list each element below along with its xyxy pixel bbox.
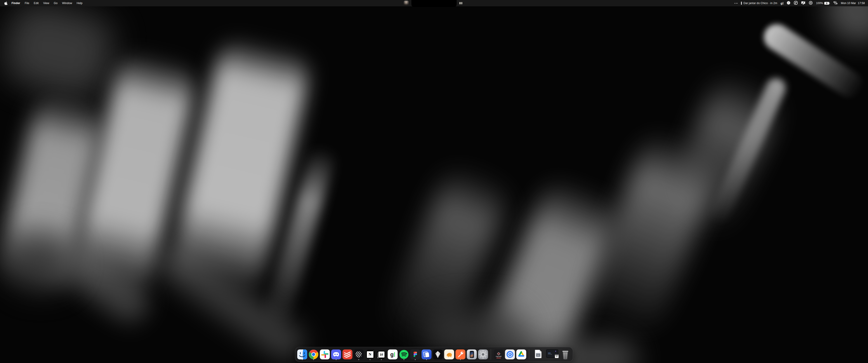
running-indicator [313, 359, 314, 360]
notion-calendar-glyph: 10 [379, 353, 383, 356]
dock-item-document[interactable] [532, 349, 545, 360]
dock-item-gem-app[interactable] [433, 349, 443, 360]
running-indicator [302, 359, 303, 360]
desktop-wallpaper [0, 0, 868, 363]
menu-file[interactable]: File [22, 0, 31, 6]
dock-item-linear[interactable] [354, 349, 364, 360]
menu-go[interactable]: Go [52, 0, 60, 6]
dock-item-figma[interactable] [410, 349, 420, 360]
running-indicator [415, 359, 416, 360]
menu-bar-left: Finder File Edit View Go Window Help [3, 0, 85, 6]
desktop: Finder File Edit View Go Window Help Dar… [0, 0, 868, 363]
apple-icon [4, 1, 7, 5]
document-file-icon [535, 350, 542, 359]
dock-item-trash[interactable] [560, 349, 571, 360]
shape-badge-icon[interactable] [794, 1, 798, 5]
running-indicator [358, 359, 359, 360]
wallpaper-streak [0, 0, 119, 101]
raycast-icon: raycast [494, 350, 504, 359]
discord-icon [331, 350, 341, 359]
figma-icon [410, 350, 420, 359]
iphone-image [470, 351, 474, 358]
battery-status[interactable]: 100% [816, 2, 830, 5]
reminder-text: Dar jantar do Chico · in 2m [743, 2, 777, 5]
dock-item-discord[interactable] [331, 349, 341, 360]
dock-item-chrome[interactable] [309, 349, 318, 360]
menu-bar-status: Dar jantar do Chico · in 2m g [735, 0, 865, 6]
running-indicator [426, 359, 427, 360]
notion-calendar-icon: 10 [376, 350, 386, 359]
dock-item-google-drive[interactable] [516, 349, 526, 360]
reminder-item[interactable]: Dar jantar do Chico · in 2m [741, 2, 777, 5]
granola-icon: g [388, 350, 398, 359]
dock-item-blue-panes-app[interactable] [422, 349, 432, 360]
battery-percent: 100% [816, 2, 823, 5]
raycast-diamond [497, 352, 500, 355]
dock-item-notion[interactable]: N [365, 349, 375, 360]
screenshot-date-badge: 11 [555, 354, 559, 358]
slack-icon [320, 350, 330, 359]
menu-edit[interactable]: Edit [31, 0, 41, 6]
finder-icon [297, 350, 307, 359]
display-notch [411, 0, 457, 7]
granola-menu-icon[interactable]: g [780, 2, 783, 5]
menu-help[interactable]: Help [74, 0, 85, 6]
front-pane [425, 352, 429, 357]
system-settings-icon [478, 350, 488, 359]
dock-item-notion-calendar[interactable]: 10 [376, 349, 386, 360]
raycast-wordmark: raycast [496, 356, 501, 357]
running-indicator [381, 359, 382, 360]
raycast-underline [496, 358, 501, 358]
dock: N 10 g [295, 347, 573, 362]
granola-cursor [394, 352, 395, 357]
clock-date: Mon 10 Mar [841, 2, 856, 5]
wallpaper-streak [815, 0, 868, 53]
spotify-icon [399, 350, 409, 359]
menu-bar-clock[interactable]: Mon 10 Mar 17:58 [841, 2, 865, 5]
granola-glyph: g [391, 352, 394, 357]
dock-item-spotify[interactable] [399, 349, 409, 360]
notion-icon: N [365, 350, 375, 359]
sunburst-icon[interactable] [786, 1, 790, 5]
menu-view[interactable]: View [41, 0, 52, 6]
grid-bars-menu-item[interactable] [459, 2, 462, 4]
notion-glyph: N [369, 352, 371, 357]
1password-icon [505, 350, 515, 359]
trash-icon [561, 350, 570, 360]
postman-icon [456, 350, 465, 359]
running-indicator [403, 359, 404, 360]
gem-icon [433, 350, 443, 359]
overflow-ellipsis-icon[interactable] [735, 3, 738, 4]
clock-time: 17:58 [858, 2, 865, 5]
dock-item-iphone-mirroring[interactable] [467, 349, 477, 360]
battery-charging-icon [824, 2, 830, 5]
dock-item-system-settings[interactable] [478, 349, 488, 360]
dock-item-mammoth[interactable] [444, 349, 454, 360]
dock-item-1password[interactable] [505, 349, 515, 360]
menu-finder[interactable]: Finder [9, 0, 22, 6]
dock-item-todoist[interactable] [342, 349, 352, 360]
linear-icon [354, 350, 364, 359]
1password-menu-icon[interactable] [809, 1, 813, 5]
dock-item-slack[interactable] [320, 349, 330, 360]
dock-item-finder[interactable] [297, 349, 307, 360]
menu-window[interactable]: Window [60, 0, 74, 6]
striped-sphere [355, 351, 362, 358]
chrome-icon [309, 350, 318, 359]
apple-menu[interactable] [3, 1, 9, 5]
dock-item-granola[interactable]: g [388, 349, 398, 360]
running-indicator [460, 359, 461, 360]
iphone-mirroring-icon [467, 350, 477, 359]
running-indicator [336, 359, 337, 360]
reminder-bar-icon [741, 2, 742, 5]
google-drive-icon [516, 350, 526, 359]
dock-item-postman[interactable] [456, 349, 465, 360]
dock-item-raycast[interactable]: raycast [494, 349, 504, 360]
control-center-icon[interactable] [833, 1, 837, 5]
screenshot-thumbnail: 11 [546, 350, 558, 358]
display-mirroring-icon[interactable] [801, 1, 805, 5]
dock-item-screenshot[interactable]: 11 [546, 349, 559, 360]
mammoth-icon [444, 350, 454, 359]
running-indicator [370, 359, 370, 360]
avatar-menu-item[interactable] [404, 1, 409, 6]
